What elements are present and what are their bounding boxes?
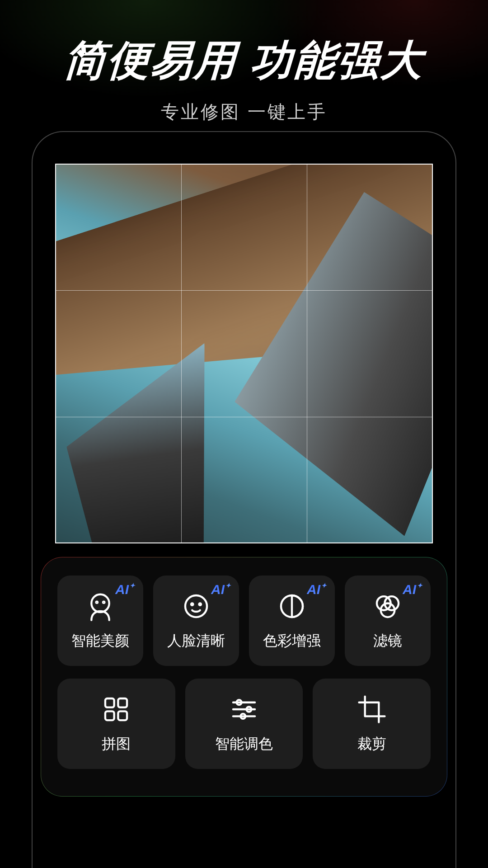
crop-handle-top-right[interactable]: [414, 164, 433, 183]
tool-smart-beauty[interactable]: AI 智能美颜: [57, 576, 143, 666]
sample-photo: [55, 164, 433, 543]
svg-point-5: [199, 603, 201, 605]
svg-point-1: [96, 602, 98, 603]
svg-rect-10: [105, 698, 114, 708]
hero-title: 简便易用 功能强大: [0, 33, 488, 89]
face-beauty-icon: [84, 590, 116, 622]
tool-color-enhance[interactable]: AI 色彩增强: [249, 576, 335, 666]
tool-label: 色彩增强: [263, 631, 321, 651]
filter-icon: [372, 590, 404, 622]
tool-label: 滤镜: [373, 631, 402, 651]
tool-row-2: 拼图 智能调色 裁剪: [57, 679, 431, 769]
svg-point-3: [185, 595, 207, 617]
tool-face-clear[interactable]: AI 人脸清晰: [153, 576, 239, 666]
tool-collage[interactable]: 拼图: [57, 679, 175, 769]
svg-rect-13: [118, 711, 127, 720]
grid-icon: [100, 693, 132, 725]
svg-point-4: [191, 603, 193, 605]
svg-rect-12: [105, 711, 114, 720]
svg-point-0: [91, 594, 109, 612]
tool-label: 裁剪: [357, 734, 386, 754]
crop-icon: [356, 693, 388, 725]
face-clear-icon: [180, 590, 212, 622]
ai-badge-icon: AI: [403, 582, 422, 597]
tool-label: 智能调色: [215, 734, 273, 754]
sliders-icon: [228, 693, 260, 725]
svg-point-2: [103, 602, 104, 603]
contrast-icon: [276, 590, 308, 622]
tool-filter[interactable]: AI 滤镜: [345, 576, 431, 666]
hero: 简便易用 功能强大 专业修图 一键上手: [0, 0, 488, 124]
crop-handle-top-left[interactable]: [55, 164, 74, 183]
tool-label: 拼图: [102, 734, 131, 754]
tool-row-1: AI 智能美颜 AI 人脸清晰 AI 色彩增强: [57, 576, 431, 666]
hero-subtitle: 专业修图 一键上手: [0, 99, 488, 124]
ai-badge-icon: AI: [115, 582, 134, 597]
tool-panel: AI 智能美颜 AI 人脸清晰 AI 色彩增强: [41, 557, 447, 797]
tool-label: 智能美颜: [71, 631, 129, 651]
tool-smart-color[interactable]: 智能调色: [185, 679, 303, 769]
svg-rect-11: [118, 698, 127, 708]
phone-frame: AI 智能美颜 AI 人脸清晰 AI 色彩增强: [32, 131, 456, 868]
photo-canvas[interactable]: [55, 164, 433, 543]
tool-label: 人脸清晰: [167, 631, 225, 651]
ai-badge-icon: AI: [307, 582, 326, 597]
tool-crop[interactable]: 裁剪: [313, 679, 431, 769]
ai-badge-icon: AI: [211, 582, 230, 597]
